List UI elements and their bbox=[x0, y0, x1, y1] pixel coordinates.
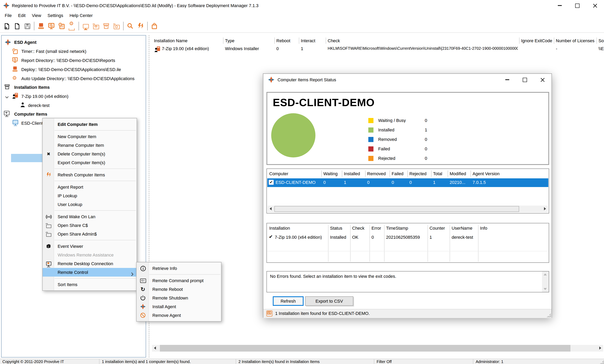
col-username[interactable]: UserName bbox=[450, 223, 478, 233]
menu-help-center[interactable]: Help Center bbox=[66, 11, 96, 20]
menu-item-open-share-c[interactable]: Open Share C$ bbox=[43, 221, 137, 230]
tree-item-report-directory[interactable]: Report Directory:: \\ESD-Demo-DC\ESD\Rep… bbox=[12, 56, 115, 64]
menu-item-send-wake-on-lan[interactable]: Send Wake On Lan bbox=[43, 212, 137, 221]
scroll-up-arrow[interactable] bbox=[544, 273, 547, 275]
refresh-icon[interactable] bbox=[135, 21, 146, 31]
menu-item-new-computer-item[interactable]: New Computer Item bbox=[43, 132, 137, 141]
menu-item-export-computer-items[interactable]: Export Computer Item(s) bbox=[43, 158, 137, 167]
license-shop-icon[interactable] bbox=[149, 21, 160, 31]
col-modified[interactable]: Modified bbox=[448, 169, 471, 178]
export-csv-button[interactable]: Export to CSV bbox=[305, 296, 353, 306]
refresh-button[interactable]: Refresh bbox=[273, 296, 303, 306]
column-header-reboot[interactable]: Reboot bbox=[276, 36, 298, 45]
installation-archive-icon[interactable] bbox=[101, 21, 111, 31]
submenu-item-install-agent[interactable]: Install Agent bbox=[137, 302, 221, 311]
new-file-icon[interactable] bbox=[12, 21, 22, 31]
menu-item-user-lookup[interactable]: User Lookup bbox=[43, 200, 137, 209]
horizontal-scrollbar[interactable] bbox=[152, 345, 603, 352]
message-vscrollbar[interactable] bbox=[542, 271, 549, 292]
submenu-item-retrieve-info[interactable]: Retrieve Info bbox=[137, 264, 221, 273]
col-installed[interactable]: Installed bbox=[342, 169, 365, 178]
menu-edit[interactable]: Edit bbox=[15, 11, 29, 20]
computer-directory-icon[interactable] bbox=[91, 21, 101, 31]
tree-item-deploy[interactable]: Deploy:: \\ESD-Demo-DC\ESD\Applications\… bbox=[12, 65, 121, 73]
scroll-right-arrow[interactable] bbox=[599, 346, 601, 350]
col-failed[interactable]: Failed bbox=[390, 169, 408, 178]
chevron-down-icon[interactable] bbox=[5, 94, 9, 102]
col-agent-version[interactable]: Agent Version bbox=[471, 169, 546, 178]
scroll-left-arrow[interactable] bbox=[154, 346, 156, 350]
tree-item-timer[interactable]: Timer:: Fast (small sized network) bbox=[12, 47, 86, 55]
menu-item-agent-report[interactable]: Agent Report bbox=[43, 183, 137, 191]
menu-item-delete-computer-items[interactable]: ✖ Delete Computer Item(s) bbox=[43, 150, 137, 158]
tree-item-auto-update[interactable]: ⚙ Auto Update Directory:: \\ESD-Demo-DC\… bbox=[12, 74, 134, 83]
menu-item-event-viewer[interactable]: Event Viewer bbox=[43, 242, 137, 251]
save-icon[interactable] bbox=[22, 21, 32, 31]
resize-grip[interactable] bbox=[600, 360, 604, 364]
minimize-button[interactable] bbox=[551, 0, 568, 11]
column-header-check[interactable]: Check bbox=[328, 36, 516, 45]
submenu-item-remote-reboot[interactable]: ↻ Remote Reboot bbox=[137, 285, 221, 293]
table-row[interactable]: 7-Zip 19.00 (x64 edition) Windows Instal… bbox=[151, 45, 604, 54]
deploy-icon[interactable] bbox=[36, 21, 46, 31]
scrollbar-thumb[interactable] bbox=[274, 206, 519, 212]
tree-item-computer-items[interactable]: Computer Items bbox=[4, 110, 47, 118]
menu-view[interactable]: View bbox=[29, 11, 44, 20]
scroll-left-arrow[interactable] bbox=[270, 207, 272, 210]
menu-item-remote-control[interactable]: Remote Control bbox=[43, 268, 137, 277]
timer-icon[interactable] bbox=[56, 21, 67, 31]
auto-update-icon[interactable]: ⚙ bbox=[67, 21, 77, 31]
col-check[interactable]: Check bbox=[351, 223, 370, 233]
resize-grip[interactable] bbox=[547, 313, 551, 317]
tree-item-installation-items[interactable]: Installation Items bbox=[4, 83, 50, 91]
scroll-down-arrow[interactable] bbox=[544, 288, 547, 290]
col-status[interactable]: Status bbox=[328, 223, 351, 233]
menu-settings[interactable]: Settings bbox=[44, 11, 66, 20]
col-info[interactable]: Info bbox=[478, 223, 546, 233]
tree-item-esd-agent[interactable]: ESD Agent bbox=[5, 38, 37, 46]
scroll-right-arrow[interactable] bbox=[544, 207, 546, 210]
menu-file[interactable]: File bbox=[1, 11, 15, 20]
search-icon[interactable] bbox=[125, 21, 135, 31]
new-installation-file-icon[interactable] bbox=[1, 21, 12, 31]
menu-item-open-share-admin[interactable]: Open Share Admin$ bbox=[43, 230, 137, 238]
column-header-source[interactable]: So bbox=[598, 36, 604, 45]
tree-item-dereck-test[interactable]: dereck-test bbox=[20, 101, 50, 109]
submenu-item-remove-agent[interactable]: Remove Agent bbox=[137, 311, 221, 320]
dialog-maximize-button[interactable] bbox=[516, 74, 534, 86]
column-header-number-of-licenses[interactable]: Number of Licenses bbox=[556, 36, 595, 45]
col-installation[interactable]: Installation bbox=[268, 223, 328, 233]
col-rejected[interactable]: Rejected bbox=[408, 169, 431, 178]
col-total[interactable]: Total bbox=[431, 169, 448, 178]
column-header-interact[interactable]: Interact bbox=[301, 36, 325, 45]
menu-item-sort-items[interactable]: Sort Items bbox=[43, 280, 137, 289]
submenu-item-remote-shutdown[interactable]: Remote Shutdown bbox=[137, 293, 221, 302]
computer-icon[interactable] bbox=[81, 21, 91, 31]
report-viewer-icon[interactable] bbox=[46, 21, 56, 31]
column-header-installation-name[interactable]: Installation Name bbox=[154, 36, 222, 45]
menu-item-refresh-computer-items[interactable]: Refresh Computer Items bbox=[43, 170, 137, 179]
computer-check-icon[interactable]: ✔ bbox=[268, 180, 274, 185]
menu-item-rename-computer-item[interactable]: Rename Computer Item bbox=[43, 141, 137, 150]
col-timestamp[interactable]: TimeStamp bbox=[385, 223, 428, 233]
menu-item-remote-desktop-connection[interactable]: Remote Desktop Connection bbox=[43, 259, 137, 268]
col-waiting[interactable]: Waiting bbox=[322, 169, 342, 178]
media-directory-icon[interactable] bbox=[111, 21, 122, 31]
menu-item-edit-computer-item[interactable]: Edit Computer Item bbox=[43, 120, 137, 129]
col-computer[interactable]: Computer bbox=[268, 169, 322, 178]
column-header-type[interactable]: Type bbox=[225, 36, 273, 45]
computer-row-selected[interactable]: ✔ ESD-CLIENT-DEMO 0 1 0 0 0 1 20210... 7… bbox=[267, 178, 548, 187]
col-error[interactable]: Error bbox=[370, 223, 385, 233]
dialog-minimize-button[interactable] bbox=[498, 74, 516, 86]
close-button[interactable] bbox=[586, 0, 604, 11]
menu-item-ip-lookup[interactable]: IP Lookup bbox=[43, 191, 137, 200]
col-counter[interactable]: Counter bbox=[428, 223, 450, 233]
col-removed[interactable]: Removed bbox=[365, 169, 390, 178]
tree-item-7zip[interactable]: 7-Zip 19.00 (x64 edition) bbox=[5, 92, 68, 100]
maximize-button[interactable] bbox=[568, 0, 586, 11]
column-header-ignore-exitcode[interactable]: Ignore ExitCode bbox=[521, 36, 553, 45]
scrollbar-thumb[interactable] bbox=[160, 345, 570, 352]
dialog-close-button[interactable] bbox=[534, 74, 552, 86]
installation-row[interactable]: ✔ 7-Zip 19.00 (x64 edition) Installed OK… bbox=[267, 234, 548, 242]
submenu-item-remote-command-prompt[interactable]: C:\ Remote Command prompt bbox=[137, 276, 221, 285]
